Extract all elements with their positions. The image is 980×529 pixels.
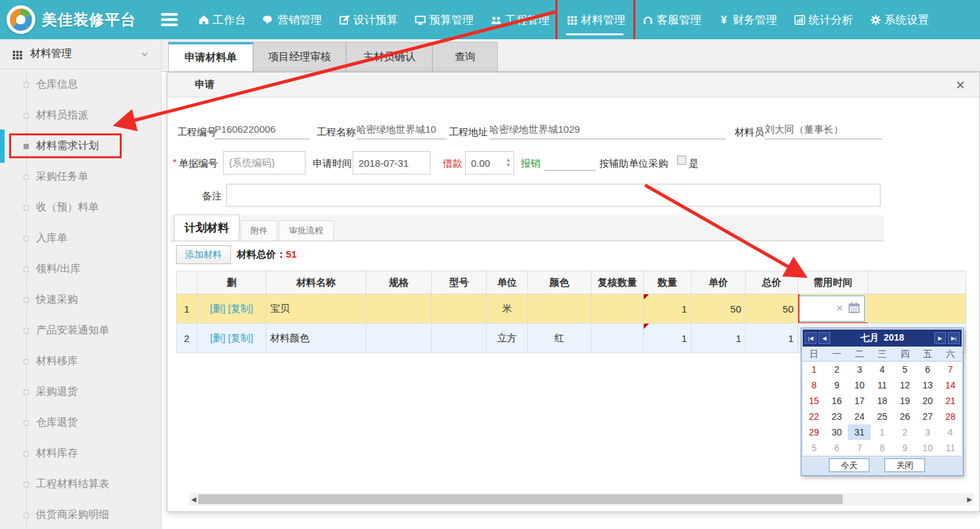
project-addr-value[interactable]: 哈密绿地世界城1029 <box>489 124 726 139</box>
year-label[interactable]: 2018 <box>884 332 904 343</box>
nav-item-6[interactable]: 客服管理 <box>634 0 710 39</box>
calendar-day-10[interactable]: 10 <box>917 440 939 456</box>
sidebar-header[interactable]: 材料管理 <box>0 39 161 69</box>
table-row-0[interactable]: 1[删] [复制]宝贝米15050× <box>177 294 966 324</box>
aux-unit-checkbox[interactable] <box>677 156 686 165</box>
project-no-value[interactable]: P1606220006 <box>215 124 309 139</box>
calendar-day-19[interactable]: 19 <box>894 393 917 409</box>
close-icon[interactable]: × <box>956 77 965 93</box>
cell-total[interactable]: 50 <box>746 294 798 324</box>
row-index[interactable]: 1 <box>177 294 198 324</box>
cell-model[interactable] <box>432 324 487 353</box>
menu-icon[interactable] <box>161 13 178 26</box>
calendar-day-8[interactable]: 8 <box>803 377 826 393</box>
month-year-title[interactable]: 七月 2018 <box>832 332 932 344</box>
project-name-value[interactable]: 哈密绿地世界城10 <box>357 124 447 139</box>
doc-no-input[interactable]: {系统编码} <box>223 151 306 175</box>
nav-item-1[interactable]: 营销管理 <box>254 0 330 39</box>
sidebar-item-10[interactable]: 采购退货 <box>0 377 161 407</box>
sidebar-item-3[interactable]: 采购任务单 <box>0 162 161 192</box>
calendar-day-18[interactable]: 18 <box>871 393 894 409</box>
cell-color[interactable] <box>528 294 591 324</box>
row-index[interactable]: 2 <box>177 324 198 353</box>
sidebar-item-5[interactable]: 入库单 <box>0 223 161 254</box>
cell-qty[interactable]: 1 <box>644 294 691 324</box>
nav-item-3[interactable]: 预算管理 <box>406 0 482 39</box>
tab-1[interactable]: 项目经理审核 <box>253 42 346 71</box>
need-date-input[interactable]: × <box>799 296 865 322</box>
copy-link[interactable]: [复制] <box>228 303 253 314</box>
calendar-day-11[interactable]: 11 <box>939 440 962 456</box>
today-button[interactable]: 今天 <box>829 458 869 472</box>
calendar-day-2[interactable]: 2 <box>826 362 849 377</box>
cell-color[interactable]: 红 <box>528 324 591 353</box>
cell-price[interactable]: 50 <box>691 294 746 324</box>
calendar-day-25[interactable]: 25 <box>871 409 894 424</box>
delete-link[interactable]: [删] <box>210 303 225 314</box>
subtab-0[interactable]: 计划材料 <box>174 214 239 241</box>
copy-link[interactable]: [复制] <box>228 332 253 343</box>
borrow-input[interactable]: 0.00 ▲▼ <box>465 151 514 175</box>
tab-2[interactable]: 主材员确认 <box>346 42 432 71</box>
calendar-close-button[interactable]: 关闭 <box>884 458 925 472</box>
calendar-day-3[interactable]: 3 <box>917 424 939 440</box>
calendar-day-14[interactable]: 14 <box>939 377 962 393</box>
remark-input[interactable] <box>226 184 881 207</box>
calendar-day-9[interactable]: 9 <box>894 440 917 456</box>
calendar-day-27[interactable]: 27 <box>917 409 939 424</box>
cell-check-qty[interactable] <box>591 324 644 353</box>
calendar-day-30[interactable]: 30 <box>826 424 849 440</box>
calendar-day-5[interactable]: 5 <box>803 440 826 456</box>
calendar-icon[interactable] <box>848 301 860 316</box>
calendar-day-13[interactable]: 13 <box>917 377 939 393</box>
nav-item-0[interactable]: 工作台 <box>190 0 254 39</box>
nav-item-2[interactable]: 设计预算 <box>330 0 406 39</box>
spinner-arrows-icon[interactable]: ▲▼ <box>506 158 514 168</box>
next-month-icon[interactable]: ▶ <box>934 332 946 344</box>
sidebar-item-4[interactable]: 收（预）料单 <box>0 192 161 223</box>
calendar-day-22[interactable]: 22 <box>803 409 826 424</box>
prev-month-icon[interactable]: ◀ <box>818 332 830 344</box>
nav-item-9[interactable]: 系统设置 <box>862 0 937 39</box>
sidebar-item-1[interactable]: 材料员指派 <box>0 100 161 131</box>
calendar-day-5[interactable]: 5 <box>894 362 917 377</box>
calendar-day-1[interactable]: 1 <box>871 424 894 440</box>
material-staff-value[interactable]: 刘大同（董事长） <box>765 124 883 139</box>
nav-item-7[interactable]: ¥财务管理 <box>710 0 786 39</box>
nav-item-5[interactable]: 材料管理 <box>558 0 634 39</box>
subtab-2[interactable]: 审批流程 <box>279 220 334 241</box>
sidebar-item-11[interactable]: 仓库退货 <box>0 407 161 438</box>
calendar-day-3[interactable]: 3 <box>848 362 871 377</box>
nav-item-8[interactable]: 统计分析 <box>786 0 862 39</box>
horizontal-scrollbar[interactable]: ◀ ▶ <box>189 493 974 505</box>
sidebar-item-9[interactable]: 材料移库 <box>0 346 161 377</box>
cell-model[interactable] <box>432 294 487 324</box>
calendar-day-2[interactable]: 2 <box>894 424 917 440</box>
calendar-day-23[interactable]: 23 <box>826 409 849 424</box>
calendar-day-1[interactable]: 1 <box>803 362 826 377</box>
calendar-day-24[interactable]: 24 <box>848 409 871 424</box>
month-label[interactable]: 七月 <box>860 332 879 343</box>
calendar-day-12[interactable]: 12 <box>894 377 917 393</box>
cell-unit[interactable]: 米 <box>487 294 528 324</box>
sidebar-item-12[interactable]: 材料库存 <box>0 438 161 469</box>
sidebar-item-7[interactable]: 快速采购 <box>0 284 161 315</box>
sidebar-item-13[interactable]: 工程材料结算表 <box>0 469 161 500</box>
nav-item-4[interactable]: 工程管理 <box>482 0 558 39</box>
calendar-day-4[interactable]: 4 <box>939 424 962 440</box>
cell-name[interactable]: 材料颜色 <box>266 324 366 353</box>
calendar-day-31-selected[interactable]: 31 <box>848 424 871 440</box>
calendar-day-9[interactable]: 9 <box>826 377 849 393</box>
cell-total[interactable]: 1 <box>746 324 798 353</box>
scroll-right-icon[interactable]: ▶ <box>965 496 974 503</box>
cell-extra[interactable] <box>868 294 966 324</box>
sidebar-item-2[interactable]: 材料需求计划 <box>0 131 161 162</box>
calendar-day-6[interactable]: 6 <box>826 440 849 456</box>
tab-3[interactable]: 查询 <box>432 42 498 71</box>
calendar-day-20[interactable]: 20 <box>917 393 939 409</box>
calendar-day-8[interactable]: 8 <box>871 440 894 456</box>
delete-link[interactable]: [删] <box>210 332 225 343</box>
subtab-1[interactable]: 附件 <box>241 220 277 241</box>
cell-name[interactable]: 宝贝 <box>266 294 366 324</box>
cell-qty[interactable]: 1 <box>644 324 691 353</box>
